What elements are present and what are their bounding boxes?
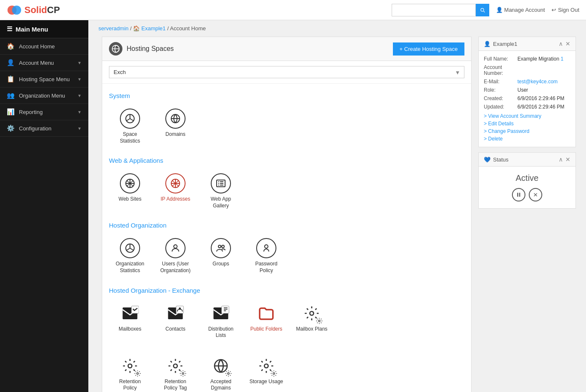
sidebar-item-configuration[interactable]: ⚙️ Configuration ▼ [0, 120, 88, 137]
sign-out-link[interactable]: ↩ Sign Out [552, 7, 579, 13]
role-value: User [517, 87, 528, 93]
account-info-title: Example1 [493, 41, 517, 47]
mailbox-plans-icon [302, 303, 322, 323]
change-password-link[interactable]: Change Password [484, 128, 570, 134]
retention-policy-tag-item[interactable]: Retention Policy Tag [154, 352, 196, 392]
storage-usage-icon [256, 356, 276, 376]
user-icon: 👤 [484, 41, 491, 47]
status-panel-header: 💙 Status ∧ ✕ [479, 153, 575, 167]
ip-addresses-item[interactable]: IP Addresses [154, 169, 196, 213]
email-value[interactable]: test@key4ce.com [517, 79, 558, 85]
view-account-summary-link[interactable]: View Account Summary [484, 113, 570, 119]
web-app-gallery-icon [211, 173, 231, 193]
create-hosting-space-button[interactable]: + Create Hosting Space [393, 42, 464, 56]
distribution-lists-icon [211, 303, 231, 323]
panel-body: System Space Statistics [102, 84, 471, 392]
sidebar-item-organization-menu[interactable]: 👥 Organization Menu ▼ [0, 87, 88, 104]
svg-point-25 [318, 320, 320, 322]
retention-policy-tag-label: Retention Policy Tag [158, 379, 193, 392]
space-statistics-icon [120, 109, 140, 129]
account-number-label: Account Number: [484, 64, 517, 76]
stop-button[interactable] [529, 188, 542, 201]
users-item[interactable]: Users (User Organization) [154, 234, 196, 278]
web-app-gallery-item[interactable]: Web App Gallery [200, 169, 242, 213]
groups-item[interactable]: Groups [200, 234, 242, 278]
accepted-domains-icon [211, 356, 231, 376]
account-info-panel-header: 👤 Example1 ∧ ✕ [479, 37, 575, 51]
retention-policy-item[interactable]: Retention Policy [109, 352, 151, 392]
system-icon-grid: Space Statistics Domains [109, 104, 464, 148]
sidebar-item-account-home[interactable]: 🏠 Account Home [0, 38, 88, 55]
reporting-icon: 📊 [7, 108, 15, 116]
collapse-icon[interactable]: ∧ [559, 40, 563, 47]
sidebar: ☰ Main Menu 🏠 Account Home 👤 Account Men… [0, 20, 88, 392]
status-panel: 💙 Status ∧ ✕ Active [478, 152, 576, 209]
svg-point-26 [128, 364, 132, 368]
svg-point-15 [222, 245, 224, 248]
delete-link[interactable]: Delete [484, 136, 570, 142]
mailbox-plans-item[interactable]: Mailbox Plans [291, 299, 333, 343]
mailboxes-icon [120, 303, 140, 323]
domains-label: Domains [165, 131, 185, 138]
full-name-value: Example Migration 1 [517, 56, 563, 62]
breadcrumb: serveradmin / 🏠 Example1 / Account Home [88, 20, 586, 37]
org-statistics-item[interactable]: Organization Statistics [109, 234, 151, 278]
sidebar-item-label-reporting: Reporting [19, 109, 42, 115]
password-policy-item[interactable]: Password Policy [245, 234, 287, 278]
svg-point-16 [265, 245, 268, 248]
logo: SolidCP [7, 3, 60, 18]
public-folders-item[interactable]: Public Folders [245, 299, 287, 343]
logo-text: SolidCP [24, 5, 60, 16]
web-apps-section-title: Web & Applications [109, 157, 464, 164]
web-sites-item[interactable]: Web Sites [109, 169, 151, 213]
account-menu-icon: 👤 [7, 59, 15, 66]
domains-item[interactable]: Domains [154, 104, 196, 148]
edit-details-link[interactable]: Edit Details [484, 121, 570, 127]
svg-point-27 [137, 373, 138, 374]
hosted-exchange-icon-grid2: Retention Policy Retention Policy Tag [109, 352, 464, 392]
status-close-icon[interactable]: ✕ [565, 156, 570, 163]
sidebar-item-label-account-home: Account Home [19, 43, 55, 50]
app-body: ☰ Main Menu 🏠 Account Home 👤 Account Men… [0, 20, 586, 392]
heart-icon: 💙 [484, 156, 491, 163]
hamburger-icon: ☰ [7, 25, 12, 33]
sidebar-item-hosting-space-menu[interactable]: 📋 Hosting Space Menu ▼ [0, 71, 88, 87]
hosting-space-dropdown[interactable]: Exch [109, 66, 464, 78]
sidebar-item-account-menu[interactable]: 👤 Account Menu ▼ [0, 55, 88, 71]
full-name-row: Full Name: Example Migration 1 [484, 56, 570, 62]
storage-usage-item[interactable]: Storage Usage [245, 352, 287, 392]
breadcrumb-example1[interactable]: Example1 [141, 25, 166, 32]
accepted-domains-item[interactable]: Accepted Domains [200, 352, 242, 392]
sidebar-item-label-hosting-space-menu: Hosting Space Menu [19, 76, 70, 82]
pause-button[interactable] [512, 188, 525, 201]
mailboxes-item[interactable]: Mailboxes [109, 299, 151, 343]
chevron-icon: ▼ [77, 61, 82, 65]
search-button[interactable] [476, 4, 489, 16]
distribution-lists-item[interactable]: Distribution Lists [200, 299, 242, 343]
sidebar-title: Main Menu [16, 26, 48, 33]
domains-icon [165, 109, 186, 129]
users-label: Users (User Organization) [158, 261, 193, 274]
close-icon[interactable]: ✕ [565, 40, 570, 47]
chevron-icon3: ▼ [77, 93, 82, 98]
svg-point-24 [310, 311, 314, 315]
status-collapse-icon[interactable]: ∧ [559, 156, 563, 163]
svg-point-14 [218, 245, 221, 248]
sidebar-item-reporting[interactable]: 📊 Reporting ▼ [0, 104, 88, 120]
full-name-label: Full Name: [484, 56, 517, 62]
public-folders-icon [256, 303, 276, 323]
search-input[interactable] [392, 4, 476, 16]
svg-point-28 [174, 364, 178, 368]
breadcrumb-serveradmin[interactable]: serveradmin [98, 25, 129, 32]
hosted-org-section: Hosted Organization Organization Statist… [109, 222, 464, 278]
web-apps-icon-grid: Web Sites IP Addresses [109, 169, 464, 213]
created-row: Created: 6/9/2016 2:29:46 PM [484, 95, 570, 101]
groups-label: Groups [212, 261, 229, 268]
manage-account-link[interactable]: 👤 Manage Account [496, 7, 545, 13]
status-panel-body: Active [479, 167, 575, 208]
email-label: E-Mail: [484, 79, 517, 85]
contacts-item[interactable]: Contacts [154, 299, 196, 343]
svg-point-29 [182, 373, 184, 374]
status-header-left: 💙 Status [484, 156, 509, 163]
space-statistics-item[interactable]: Space Statistics [109, 104, 151, 148]
